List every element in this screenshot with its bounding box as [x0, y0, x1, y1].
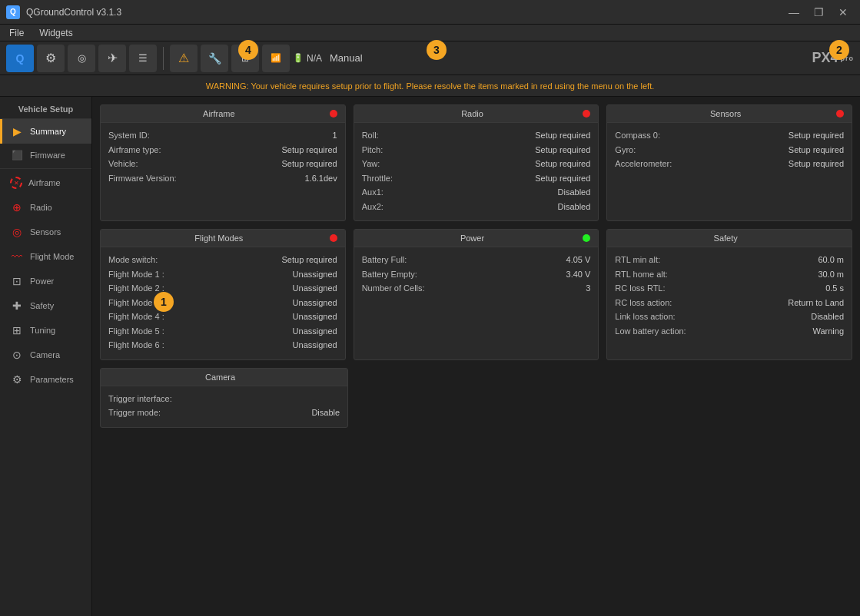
fm-mode6-label: Flight Mode 6 :: [108, 339, 164, 352]
safety-rcloss-label: RC loss RTL:: [615, 282, 665, 295]
power-batfull-value: 4.05 V: [566, 253, 591, 267]
table-row: RC loss RTL: 0.5 s: [615, 282, 844, 295]
sidebar-item-camera[interactable]: ⊙ Camera: [0, 343, 91, 367]
panel-flightmodes-body: Mode switch: Setup required Flight Mode …: [101, 247, 345, 359]
panel-flightmodes-title: Flight Modes: [108, 233, 330, 243]
table-row: Accelerometer: Setup required: [615, 157, 844, 171]
panel-flightmodes: Flight Modes Mode switch: Setup required…: [100, 229, 346, 360]
safety-rclossaction-value: Return to Land: [788, 296, 844, 310]
toolbar-plan-button[interactable]: ✈: [98, 45, 126, 72]
airframe-vehicle-value: Setup required: [282, 157, 337, 171]
gear-icon: ⚙: [45, 51, 56, 65]
airframe-status-dot: [330, 110, 337, 118]
toolbar-home-button[interactable]: Q: [6, 45, 34, 72]
airframe-icon: ✕: [10, 177, 22, 189]
table-row: Firmware Version: 1.6.1dev: [108, 172, 337, 185]
panel-safety-header: Safety: [607, 230, 852, 247]
fm-mode3-value: Unassigned: [293, 296, 337, 310]
panel-radio-header: Radio: [354, 105, 599, 123]
table-row: Battery Full: 4.05 V: [362, 253, 591, 267]
vehicle-icon: ◎: [78, 52, 86, 64]
toolbar-analysis-button[interactable]: ☰: [129, 45, 157, 72]
flightmode-icon: 〰: [10, 250, 24, 263]
table-row: Yaw: Setup required: [362, 157, 591, 171]
table-row: Aux2: Disabled: [362, 200, 591, 214]
panel-safety-title: Safety: [615, 233, 836, 243]
close-button[interactable]: ✕: [832, 5, 854, 20]
sidebar-item-sensors[interactable]: ◎ Sensors: [0, 220, 91, 244]
safety-rclossaction-label: RC loss action:: [615, 296, 672, 310]
radio-icon: ⊕: [10, 201, 24, 214]
sidebar-label-parameters: Parameters: [30, 375, 74, 384]
sidebar-item-parameters[interactable]: ⚙ Parameters: [0, 367, 91, 392]
flight-mode-label[interactable]: Manual: [330, 52, 363, 64]
table-row: Throttle: Setup required: [362, 172, 591, 185]
sidebar-label-safety: Safety: [30, 301, 54, 310]
table-row: RC loss action: Return to Land: [615, 296, 844, 310]
toolbar-divider-1: [163, 47, 164, 70]
radio-roll-value: Setup required: [535, 129, 590, 142]
table-row: Trigger mode: Disable: [108, 406, 340, 419]
warning-icon: ⚠: [178, 51, 189, 65]
sidebar-item-tuning[interactable]: ⊞ Tuning: [0, 318, 91, 343]
parameters-icon: ⚙: [10, 373, 24, 386]
table-row: Gyro: Setup required: [615, 144, 844, 157]
flightmodes-status-dot: [330, 234, 337, 242]
home-icon: Q: [16, 52, 25, 65]
panel-sensors-title: Sensors: [615, 109, 836, 118]
airframe-systemid-value: 1: [333, 129, 337, 142]
panel-row-1: Airframe System ID: 1 Airframe type: Set…: [100, 104, 852, 221]
safety-linkloss-value: Disabled: [811, 310, 844, 323]
fm-mode4-label: Flight Mode 4 :: [108, 310, 164, 323]
summary-icon: ▶: [10, 125, 24, 137]
sensors-compass-label: Compass 0:: [615, 129, 660, 142]
table-row: Flight Mode 4 : Unassigned: [108, 310, 337, 323]
table-row: RTL home alt: 30.0 m: [615, 268, 844, 281]
panel-safety: Safety RTL min alt: 60.0 m RTL home alt:…: [606, 229, 852, 360]
sidebar-item-safety[interactable]: ✚ Safety: [0, 293, 91, 318]
toolbar-signal-button[interactable]: 📶: [262, 45, 290, 72]
menu-widgets[interactable]: Widgets: [36, 26, 75, 40]
toolbar-vehicle-button[interactable]: ◎: [68, 45, 95, 72]
airframe-firmware-label: Firmware Version:: [108, 172, 177, 185]
radio-aux2-label: Aux2:: [362, 200, 384, 214]
fm-mode1-label: Flight Mode 1 :: [108, 268, 164, 281]
safety-icon: ✚: [10, 300, 24, 312]
menu-file[interactable]: File: [6, 26, 27, 40]
sidebar-item-firmware[interactable]: ⬛ Firmware: [0, 144, 91, 167]
safety-rtlminalt-value: 60.0 m: [818, 253, 844, 267]
table-row: Mode switch: Setup required: [108, 253, 337, 267]
sidebar-label-camera: Camera: [30, 350, 60, 359]
sidebar-item-flightmode[interactable]: 〰 Flight Mode: [0, 244, 91, 269]
fm-mode6-value: Unassigned: [293, 339, 337, 352]
empty-space: [356, 368, 852, 428]
power-batfull-label: Battery Full:: [362, 253, 407, 267]
table-row: Roll: Setup required: [362, 129, 591, 142]
warning-text: WARNING: Your vehicle requires setup pri…: [206, 81, 655, 91]
table-row: Trigger interface:: [108, 392, 340, 406]
sidebar-item-airframe[interactable]: ✕ Airframe: [0, 171, 91, 195]
sidebar-item-radio[interactable]: ⊕ Radio: [0, 195, 91, 220]
minimize-button[interactable]: —: [783, 5, 805, 20]
main-layout: Vehicle Setup ▶ Summary ⬛ Firmware ✕ Air…: [0, 97, 860, 616]
sidebar-label-power: Power: [30, 277, 54, 286]
panel-airframe-title: Airframe: [108, 109, 330, 118]
fm-mode2-value: Unassigned: [293, 282, 337, 295]
fm-modeswitch-value: Setup required: [282, 253, 337, 267]
panel-power-body: Battery Full: 4.05 V Battery Empty: 3.40…: [354, 247, 599, 303]
toolbar-settings-button[interactable]: ⚙: [37, 45, 65, 72]
fm-mode5-value: Unassigned: [293, 325, 337, 338]
radio-aux1-label: Aux1:: [362, 186, 384, 199]
app-icon: Q: [6, 5, 20, 19]
radio-aux2-value: Disabled: [558, 200, 591, 214]
toolbar-warning-button[interactable]: ⚠: [170, 45, 198, 72]
sidebar-label-radio: Radio: [30, 203, 52, 212]
maximize-button[interactable]: ❐: [808, 5, 829, 20]
sidebar-item-summary[interactable]: ▶ Summary: [0, 119, 91, 144]
power-batempty-label: Battery Empty:: [362, 268, 417, 281]
radio-pitch-label: Pitch:: [362, 144, 384, 157]
sensors-compass-value: Setup required: [789, 129, 844, 142]
panel-sensors-header: Sensors: [607, 105, 852, 123]
sidebar-item-power[interactable]: ⊡ Power: [0, 269, 91, 293]
toolbar-wrench-button[interactable]: 🔧: [201, 45, 228, 72]
